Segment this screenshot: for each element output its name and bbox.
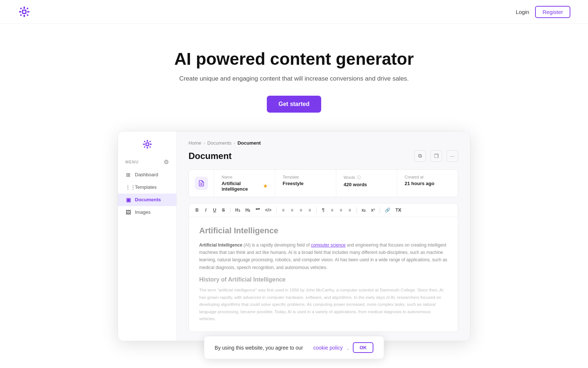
indent-button[interactable]: ≡ [297,206,305,214]
sep2 [276,207,277,213]
meta-words-cell: Words ⓘ 420 words [336,170,397,197]
register-button[interactable]: Register [535,6,570,18]
svg-rect-19 [146,143,148,145]
quote-button[interactable]: ❝❞ [254,206,262,214]
cookie-policy-link[interactable]: cookie policy [313,345,343,351]
svg-rect-6 [27,8,28,9]
sep4 [356,207,357,213]
doc-header: Document ⧉ ❐ ··· [189,150,458,162]
meta-name-cell: Name Artificial intelligence ★ [214,170,275,197]
meta-name-value: Artificial intelligence ★ [222,181,268,192]
logo [18,5,31,18]
svg-rect-16 [149,141,150,142]
svg-rect-7 [20,14,22,16]
editor-heading2: History of Artificial Intelligence [199,276,448,283]
breadcrumb-documents[interactable]: Documents [207,140,232,146]
align-left-button[interactable]: ¶ [320,206,327,214]
strikethrough-button[interactable]: S [220,206,227,214]
navbar: Login Register [0,0,588,24]
clear-format-button[interactable]: T𝗫 [394,206,403,214]
meta-created-cell: Created at 21 hours ago [397,170,458,197]
meta-row: Name Artificial intelligence ★ Template … [189,169,458,197]
sidebar-logo [118,139,176,150]
meta-words-label: Words ⓘ [344,175,390,180]
svg-rect-1 [24,7,25,9]
sidebar-item-images[interactable]: 🖼 Images [118,206,176,219]
meta-icon-cell [189,170,214,197]
editor-container: B I U S H₁ H₂ ❝❞ </> ≡ ≡ ≡ ≡ ¶ ≡ [189,203,458,332]
align-right-button[interactable]: ≡ [337,206,345,214]
sidebar-item-label: Images [135,209,151,215]
sep1 [230,207,230,213]
svg-rect-15 [144,141,145,142]
svg-rect-4 [27,11,29,13]
sep3 [316,207,317,213]
breadcrumb: Home › Documents › Document [189,140,458,146]
editor-para2: The term "artificial intelligence" was f… [199,287,448,323]
svg-rect-9 [23,11,25,13]
svg-rect-3 [19,11,21,13]
align-center-button[interactable]: ≡ [329,206,336,214]
meta-name-label: Name [222,175,268,179]
documents-icon: ▣ [125,197,131,203]
sidebar-item-templates[interactable]: ⋮⋮ Templates [118,181,176,194]
meta-template-cell: Template Freestyle [275,170,336,197]
sidebar-item-label: Templates [135,184,157,190]
svg-rect-17 [144,146,145,147]
hero-section: AI powered content generator Create uniq… [0,24,588,131]
svg-rect-5 [20,8,22,9]
duplicate-button[interactable]: ❐ [430,150,442,162]
list-button[interactable]: ≡ [280,206,287,214]
italic-button[interactable]: I [202,206,209,214]
underline-button[interactable]: U [211,206,218,214]
ol-button[interactable]: ≡ [288,206,296,214]
meta-template-label: Template [283,175,329,179]
logo-icon [18,5,31,18]
templates-icon: ⋮⋮ [125,184,131,190]
meta-template-value: Freestyle [283,181,329,186]
sidebar-item-dashboard[interactable]: ⊞ Dashboard [118,169,176,181]
preview-wrapper: MENU ⚙ ⊞ Dashboard ⋮⋮ Templates ▣ Docume… [0,131,588,363]
editor-toolbar: B I U S H₁ H₂ ❝❞ </> ≡ ≡ ≡ ≡ ¶ ≡ [189,204,458,217]
subscript-button[interactable]: x₂ [360,206,368,214]
link-button[interactable]: 🔗 [383,206,392,214]
nav-actions: Login Register [516,6,570,18]
editor-heading1: Artificial Intelligence [199,226,448,236]
h2-button[interactable]: H₂ [244,206,252,214]
cookie-text: By using this website, you agree to our [215,345,303,351]
sidebar-item-label: Documents [135,197,161,202]
svg-rect-18 [149,146,150,147]
hero-subtitle: Create unique and engaging content that … [7,75,581,82]
meta-created-value: 21 hours ago [405,181,451,186]
bold-button[interactable]: B [193,206,201,214]
login-button[interactable]: Login [516,9,529,15]
code-button[interactable]: </> [263,206,273,214]
superscript-button[interactable]: x² [369,206,377,214]
get-started-button[interactable]: Get started [267,96,321,113]
editor-body[interactable]: Artificial Intelligence Artificial Intel… [189,217,458,332]
cookie-ok-button[interactable]: OK [353,342,373,353]
svg-rect-14 [150,144,151,145]
sidebar-menu-label: MENU ⚙ [118,159,176,166]
page-title: Document [189,151,232,161]
svg-rect-2 [24,15,25,17]
h1-button[interactable]: H₁ [233,206,242,214]
para1-bold: Artificial Intelligence [199,243,242,248]
doc-icon [195,177,208,190]
para1-link[interactable]: computer science [311,243,345,248]
meta-words-value: 420 words [344,182,390,187]
more-options-button[interactable]: ··· [447,150,458,162]
svg-rect-12 [147,146,148,148]
dashboard-icon: ⊞ [125,172,131,178]
star-icon: ★ [263,183,268,189]
copy-button[interactable]: ⧉ [414,150,426,162]
outdent-button[interactable]: ≡ [306,206,313,214]
align-justify-button[interactable]: ≡ [346,206,354,214]
sidebar-item-documents[interactable]: ▣ Documents [118,194,176,206]
editor-para1: Artificial Intelligence (AI) is a rapidl… [199,241,448,272]
sidebar: MENU ⚙ ⊞ Dashboard ⋮⋮ Templates ▣ Docume… [118,131,177,341]
svg-rect-13 [143,144,145,145]
breadcrumb-home[interactable]: Home [189,140,201,146]
settings-icon[interactable]: ⚙ [164,159,169,166]
hero-title: AI powered content generator [7,50,581,68]
